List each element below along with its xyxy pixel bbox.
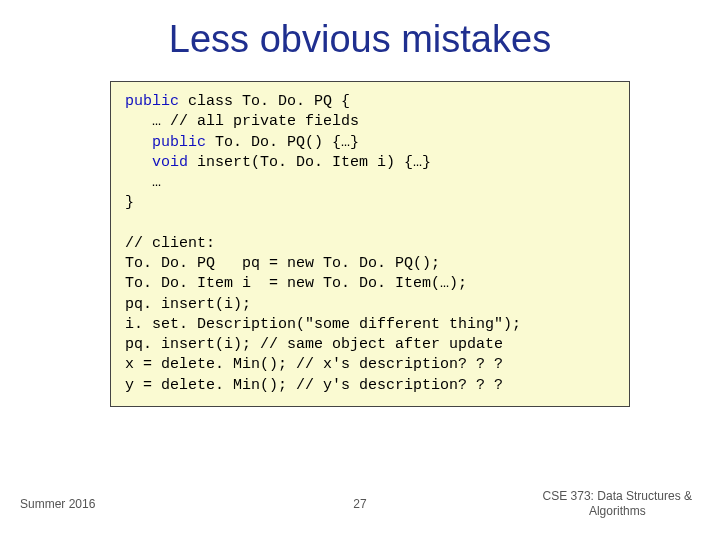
code-text: pq. insert(i); // same object after upda… <box>125 336 503 353</box>
code-text: insert(To. Do. Item i) {…} <box>188 154 431 171</box>
code-keyword: void <box>125 154 188 171</box>
code-text: To. Do. Item i = new To. Do. Item(…); <box>125 275 467 292</box>
slide-title: Less obvious mistakes <box>0 0 720 71</box>
code-text: { <box>332 93 350 110</box>
code-text: To. Do. PQ() {…} <box>206 134 359 151</box>
footer: Summer 2016 27 CSE 373: Data Structures … <box>0 489 720 518</box>
code-block: public class To. Do. PQ { … // all priva… <box>110 81 630 407</box>
code-keyword: public <box>125 93 179 110</box>
footer-left: Summer 2016 <box>20 497 95 511</box>
slide-number: 27 <box>353 497 366 511</box>
code-text: pq. insert(i); <box>125 296 251 313</box>
footer-right: CSE 373: Data Structures & Algorithms <box>543 489 692 518</box>
code-text: // client: <box>125 235 215 252</box>
code-text: To. Do. PQ <box>242 93 332 110</box>
code-text: } <box>125 194 134 211</box>
code-text: x = delete. Min(); // x's description? ?… <box>125 356 503 373</box>
code-text: … // all private fields <box>125 113 359 130</box>
code-text: i. set. Description("some different thin… <box>125 316 521 333</box>
course-name-line1: CSE 373: Data Structures & <box>543 489 692 503</box>
code-text: class <box>179 93 242 110</box>
course-name-line2: Algorithms <box>543 504 692 518</box>
code-keyword: public <box>125 134 206 151</box>
code-text: y = delete. Min(); // y's description? ?… <box>125 377 503 394</box>
code-text: … <box>125 174 161 191</box>
code-text: To. Do. PQ pq = new To. Do. PQ(); <box>125 255 440 272</box>
